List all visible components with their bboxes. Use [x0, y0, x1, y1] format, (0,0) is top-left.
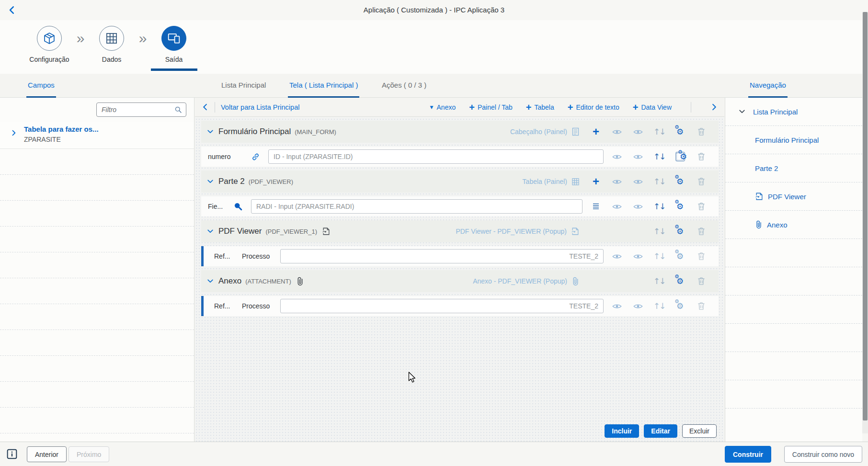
sections-list: Formulário Principal (MAIN_FORM) Cabeçal…	[195, 121, 724, 316]
field-label: Fie...	[208, 203, 232, 210]
visibility-icon[interactable]	[612, 152, 622, 161]
settings-button[interactable]: ⚙⚙	[675, 202, 685, 211]
sort-order-icon[interactable]: ↑↓	[654, 227, 664, 236]
visibility-icon[interactable]	[612, 177, 622, 186]
visibility-alt-icon[interactable]	[633, 251, 643, 261]
filter-input[interactable]	[96, 102, 186, 117]
field-value-input[interactable]	[280, 249, 604, 263]
info-button[interactable]	[7, 448, 18, 460]
field-binding-input[interactable]	[251, 199, 582, 214]
delete-button[interactable]	[697, 301, 706, 311]
visibility-alt-icon[interactable]	[633, 301, 643, 311]
settings-button[interactable]: ⚙⚙	[675, 251, 685, 261]
type-text: Cabeçalho (Painel)	[510, 128, 567, 136]
nav-back-button[interactable]	[8, 5, 18, 15]
nav-item-pdf-viewer[interactable]: PDF Viewer	[725, 182, 862, 210]
field-binding-input[interactable]	[268, 149, 604, 164]
nav-item-formulario-principal[interactable]: Formulário Principal	[725, 125, 862, 154]
sort-order-icon[interactable]: ↑↓	[654, 127, 664, 136]
settings-button[interactable]: ⚙⚙	[675, 276, 685, 286]
sort-order-icon[interactable]: ↑↓	[654, 202, 664, 211]
settings-button[interactable]: ⚙⚙	[675, 227, 685, 236]
excluir-button[interactable]: Excluir	[682, 424, 717, 438]
double-chevron-icon: »	[135, 26, 151, 51]
anterior-button[interactable]: Anterior	[27, 446, 67, 462]
delete-button[interactable]	[697, 152, 706, 161]
visibility-alt-icon[interactable]	[633, 127, 643, 136]
add-data-view-button[interactable]: +Data View	[633, 102, 672, 112]
delete-button[interactable]	[697, 276, 706, 286]
toolbar-forward-button[interactable]	[710, 103, 718, 111]
sort-order-icon[interactable]: ↑↓	[654, 276, 664, 286]
step-configuracao[interactable]: Configuração	[26, 26, 72, 63]
settings-button[interactable]: ⚙⚙	[675, 301, 685, 311]
field-value-input[interactable]	[280, 299, 604, 313]
nav-item-parte2[interactable]: Parte 2	[725, 154, 862, 182]
settings-button-focused[interactable]: ⚙⚙	[675, 152, 685, 161]
table-tree-item[interactable]: Tabela para fazer os... ZPARASITE	[0, 122, 194, 149]
tab-acoes[interactable]: Ações ( 0 / 3 )	[382, 74, 426, 98]
tab-campos[interactable]: Campos	[28, 74, 55, 98]
delete-button[interactable]	[697, 177, 706, 186]
proximo-button-disabled[interactable]: Próximo	[69, 446, 109, 462]
add-editor-texto-button[interactable]: +Editor de texto	[568, 102, 619, 112]
info-icon	[7, 449, 17, 459]
delete-button[interactable]	[697, 127, 706, 136]
visibility-icon[interactable]	[612, 301, 622, 311]
visibility-alt-icon[interactable]	[633, 152, 643, 161]
visibility-icon[interactable]	[612, 251, 622, 261]
voltar-link[interactable]: Voltar para Lista Principal	[221, 103, 299, 111]
grid-icon	[105, 32, 118, 45]
configuracao-circle	[37, 26, 62, 51]
collapse-chevron-icon[interactable]	[207, 278, 214, 284]
chevron-down-icon[interactable]	[739, 108, 745, 115]
settings-button[interactable]: ⚙⚙	[675, 177, 685, 186]
add-tabela-button[interactable]: +Tabela	[526, 102, 554, 112]
visibility-alt-icon[interactable]	[633, 177, 643, 186]
editar-button[interactable]: Editar	[644, 424, 677, 438]
anexo-dropdown[interactable]: ▼ Anexo	[430, 103, 456, 111]
delete-button[interactable]	[697, 251, 706, 261]
search-solid-icon[interactable]	[232, 202, 244, 211]
tab-lista-principal[interactable]: Lista Principal	[221, 74, 266, 98]
step-saida[interactable]: Saída	[151, 26, 197, 63]
nav-item-anexo[interactable]: Anexo	[725, 210, 862, 239]
add-field-button[interactable]: +	[591, 127, 601, 136]
add-field-button[interactable]: +	[591, 177, 601, 186]
nav-item-lista-principal[interactable]: Lista Principal	[725, 98, 862, 125]
list-icon[interactable]	[591, 202, 601, 211]
product-cube-icon	[43, 32, 56, 45]
visibility-alt-icon[interactable]	[633, 202, 643, 211]
visibility-icon[interactable]	[612, 202, 622, 211]
delete-button[interactable]	[697, 227, 706, 236]
collapse-chevron-icon[interactable]	[207, 228, 214, 235]
designer-toolbar: Voltar para Lista Principal ▼ Anexo +Pai…	[195, 98, 724, 117]
active-step-underline	[151, 68, 197, 71]
nav-root-label: Lista Principal	[753, 108, 798, 116]
tab-navegacao[interactable]: Navegação	[750, 74, 786, 98]
sort-order-icon[interactable]: ↑↓	[654, 301, 664, 311]
settings-button[interactable]: ⚙⚙	[675, 127, 685, 136]
step-flow: Configuração » Dados » Saída	[0, 20, 868, 74]
sort-order-icon[interactable]: ↑↓	[654, 177, 664, 186]
search-icon[interactable]	[174, 106, 182, 114]
add-painel-tab-button[interactable]: +Painel / Tab	[469, 102, 513, 112]
link-icon[interactable]	[249, 152, 262, 161]
dados-circle	[99, 26, 124, 51]
scrollbar-thumb[interactable]	[863, 12, 868, 421]
delete-button[interactable]	[697, 202, 706, 211]
type-text: Tabela (Painel)	[523, 178, 567, 185]
sort-order-icon[interactable]: ↑↓	[654, 152, 664, 161]
chevron-right-icon[interactable]	[11, 130, 17, 136]
toolbar-back-button[interactable]	[202, 103, 209, 111]
collapse-chevron-icon[interactable]	[207, 128, 214, 135]
construir-como-novo-button[interactable]: Construir como novo	[784, 446, 862, 463]
collapse-chevron-icon[interactable]	[207, 178, 214, 185]
sort-order-icon[interactable]: ↑↓	[654, 251, 664, 261]
incluir-button[interactable]: Incluir	[605, 424, 639, 438]
visibility-icon[interactable]	[612, 127, 622, 136]
tab-tela-lista-principal[interactable]: Tela ( Lista Principal )	[289, 74, 358, 98]
construir-button[interactable]: Construir	[725, 446, 771, 463]
step-dados[interactable]: Dados	[89, 26, 135, 63]
vertical-scrollbar[interactable]	[862, 12, 868, 433]
